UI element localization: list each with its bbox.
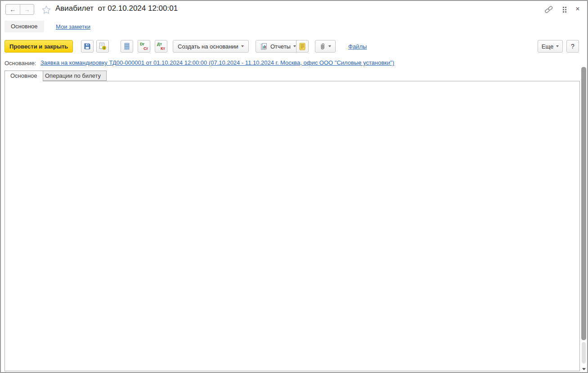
- star-icon: [42, 5, 51, 14]
- form-panel: [4, 81, 580, 371]
- reports-label: Отчеты: [270, 43, 291, 50]
- chevron-down-icon: [241, 45, 244, 47]
- dr-cr-icon: DrCr: [138, 40, 150, 52]
- help-label: ?: [571, 43, 575, 50]
- paperclip-icon: [319, 43, 326, 50]
- dr-cr-postings-button[interactable]: DrCr: [138, 40, 150, 53]
- tab-main[interactable]: Основное: [4, 71, 43, 81]
- create-based-on-button[interactable]: Создать на основании: [173, 40, 249, 53]
- yellow-doc-icon: [299, 43, 305, 50]
- service-menu-button[interactable]: [561, 5, 569, 13]
- back-button[interactable]: ←: [6, 4, 20, 14]
- favorite-star-button[interactable]: [41, 5, 51, 14]
- toolbar-more-button[interactable]: Еще: [538, 40, 563, 53]
- history-nav-group: ← →: [5, 4, 34, 15]
- chevron-down-icon: [556, 45, 559, 47]
- dt-kt-postings-button[interactable]: ДтКт: [155, 40, 167, 53]
- reports-chart-icon: [260, 43, 268, 50]
- post-and-close-button[interactable]: Провести и закрыть: [4, 40, 73, 53]
- dt-kt-icon: ДтКт: [155, 40, 167, 52]
- related-documents-button[interactable]: [121, 40, 133, 53]
- more-label: Еще: [542, 43, 553, 50]
- nav-link-my-notes[interactable]: Мои заметки: [56, 23, 90, 30]
- basis-document-link[interactable]: Заявка на командировку ТД00-000001 от 01…: [40, 59, 394, 66]
- scroll-down-arrow-icon[interactable]: [582, 368, 586, 370]
- post-document-button[interactable]: [96, 40, 109, 53]
- help-button[interactable]: ?: [566, 40, 579, 53]
- back-arrow-icon: ←: [9, 6, 16, 13]
- forward-button[interactable]: →: [20, 4, 34, 14]
- close-button[interactable]: ×: [572, 4, 583, 14]
- attachments-button[interactable]: [315, 40, 336, 53]
- more-dots-icon: [563, 7, 566, 13]
- nav-tab-main[interactable]: Основное: [4, 21, 44, 32]
- scrollbar-track-rest[interactable]: [582, 342, 586, 364]
- note-button[interactable]: [296, 40, 309, 53]
- save-floppy-icon: [84, 43, 91, 50]
- document-structure-icon: [124, 43, 130, 50]
- chevron-down-icon: [328, 45, 331, 47]
- vertical-scrollbar[interactable]: [581, 66, 586, 371]
- reports-button[interactable]: Отчеты: [256, 40, 301, 53]
- forward-arrow-icon: →: [24, 6, 30, 13]
- link-chain-icon: [544, 5, 554, 14]
- get-link-button[interactable]: [543, 4, 555, 14]
- files-link[interactable]: Файлы: [348, 43, 367, 50]
- save-button[interactable]: [81, 40, 94, 53]
- create-based-on-label: Создать на основании: [178, 43, 238, 50]
- scrollbar-thumb[interactable]: [581, 67, 586, 340]
- tab-ticket-operations[interactable]: Операции по билету: [39, 71, 107, 81]
- close-icon: ×: [575, 5, 579, 13]
- basis-label: Основание:: [4, 60, 36, 67]
- page-title: Авиабилет от 02.10.2024 12:00:01: [55, 4, 178, 13]
- document-window-aviabilet: ← → Авиабилет от 02.10.2024 12:00:01 × О…: [0, 0, 588, 373]
- post-document-icon: [99, 42, 107, 50]
